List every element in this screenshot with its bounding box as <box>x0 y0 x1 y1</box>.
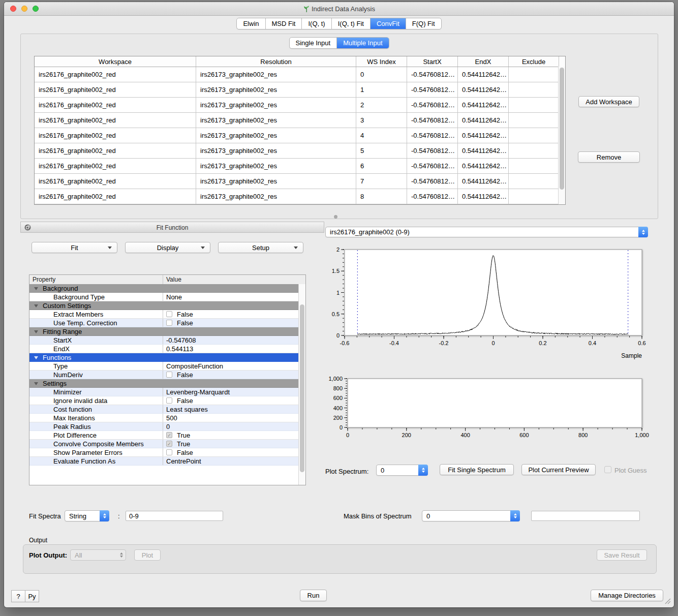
cell-ws_index[interactable]: 0 <box>356 67 407 82</box>
property-value[interactable]: Least squares <box>163 405 299 413</box>
column-header-resolution[interactable]: Resolution <box>196 56 356 67</box>
cell-startx[interactable]: -0.54760812… <box>407 143 458 159</box>
property-checkbox[interactable]: ✓ <box>166 432 172 438</box>
cell-exclude[interactable] <box>509 128 559 143</box>
cell-resolution[interactable]: irs26173_graphite002_res <box>196 189 356 204</box>
add-workspace-button[interactable]: Add Workspace <box>578 96 639 107</box>
property-value[interactable]: ✓True <box>163 440 299 448</box>
cell-endx[interactable]: 0.544112642… <box>458 174 509 189</box>
property-value[interactable]: False <box>163 396 299 405</box>
plot-button[interactable]: Plot <box>134 549 161 561</box>
combo-stepper-icon[interactable] <box>638 227 648 237</box>
cell-exclude[interactable] <box>509 189 559 204</box>
tab-elwin[interactable]: Elwin <box>237 18 265 29</box>
tab-i-q-t[interactable]: I(Q, t) <box>301 18 331 29</box>
property-group-custom-settings[interactable]: Custom Settings <box>29 301 299 310</box>
property-row-numderiv[interactable]: NumDerivFalse <box>29 371 299 379</box>
cell-startx[interactable]: -0.54760812… <box>407 67 458 82</box>
property-value[interactable]: 0.544113 <box>163 345 299 353</box>
help-button[interactable]: ? <box>12 591 25 602</box>
table-row[interactable]: irs26176_graphite002_redirs26173_graphit… <box>35 67 565 82</box>
fit-spectra-mode-select[interactable]: String <box>65 510 109 521</box>
resize-grip[interactable] <box>664 597 671 604</box>
combo-stepper-icon[interactable] <box>100 510 109 521</box>
cell-exclude[interactable] <box>509 159 559 174</box>
cell-endx[interactable]: 0.544112642… <box>458 128 509 143</box>
property-value[interactable]: CompositeFunction <box>163 362 299 370</box>
plot-spectrum-spinner[interactable]: 0 <box>376 465 428 476</box>
table-scrollbar[interactable] <box>558 67 565 204</box>
property-row-extract-members[interactable]: Extract MembersFalse <box>29 310 299 319</box>
collapse-triangle-icon[interactable] <box>34 287 38 290</box>
property-row-peak-radius[interactable]: Peak Radius0 <box>29 422 299 431</box>
table-row[interactable]: irs26176_graphite002_redirs26173_graphit… <box>35 98 565 113</box>
collapse-triangle-icon[interactable] <box>34 304 38 307</box>
cell-workspace[interactable]: irs26176_graphite002_red <box>35 113 196 128</box>
cell-ws_index[interactable]: 3 <box>356 113 407 128</box>
cell-resolution[interactable]: irs26173_graphite002_res <box>196 128 356 143</box>
cell-ws_index[interactable]: 6 <box>356 159 407 174</box>
property-scrollbar-thumb[interactable] <box>300 304 304 472</box>
cell-startx[interactable]: -0.54760812… <box>407 98 458 113</box>
sample-preview-plot[interactable]: -0.6-0.4-0.200.20.40.600.511.52Sample <box>324 245 650 363</box>
cell-resolution[interactable]: irs26173_graphite002_res <box>196 98 356 113</box>
remove-button[interactable]: Remove <box>578 151 640 163</box>
cell-ws_index[interactable]: 4 <box>356 128 407 143</box>
property-group-fitting-range[interactable]: Fitting Range <box>29 327 299 336</box>
column-header-endx[interactable]: EndX <box>458 56 509 67</box>
property-checkbox[interactable] <box>166 320 172 326</box>
property-checkbox[interactable] <box>166 449 172 455</box>
run-button[interactable]: Run <box>300 590 327 601</box>
cell-ws_index[interactable]: 8 <box>356 189 407 204</box>
table-row[interactable]: irs26176_graphite002_redirs26173_graphit… <box>35 174 565 189</box>
property-checkbox[interactable]: ✓ <box>166 441 172 447</box>
cell-workspace[interactable]: irs26176_graphite002_red <box>35 159 196 174</box>
property-checkbox[interactable] <box>166 372 172 378</box>
spinner-stepper-icon[interactable] <box>418 465 428 476</box>
property-value[interactable]: None <box>163 293 299 301</box>
property-row-max-iterations[interactable]: Max Iterations500 <box>29 414 299 422</box>
cell-startx[interactable]: -0.54760812… <box>407 174 458 189</box>
cell-workspace[interactable]: irs26176_graphite002_red <box>35 143 196 159</box>
property-value[interactable]: False <box>163 448 299 456</box>
plot-canvas[interactable] <box>348 379 642 427</box>
column-header-ws-index[interactable]: WS Index <box>356 56 407 67</box>
cell-endx[interactable]: 0.544112642… <box>458 98 509 113</box>
cell-endx[interactable]: 0.544112642… <box>458 113 509 128</box>
manage-directories-button[interactable]: Manage Directories <box>591 590 663 601</box>
cell-startx[interactable]: -0.54760812… <box>407 82 458 98</box>
cell-workspace[interactable]: irs26176_graphite002_red <box>35 98 196 113</box>
table-row[interactable]: irs26176_graphite002_redirs26173_graphit… <box>35 113 565 128</box>
property-group-settings[interactable]: Settings <box>29 379 299 388</box>
cell-workspace[interactable]: irs26176_graphite002_red <box>35 67 196 82</box>
workspace-table[interactable]: WorkspaceResolutionWS IndexStartXEndXExc… <box>34 56 566 205</box>
cell-workspace[interactable]: irs26176_graphite002_red <box>35 128 196 143</box>
property-row-ignore-invalid-data[interactable]: Ignore invalid dataFalse <box>29 396 299 405</box>
save-result-button[interactable]: Save Result <box>597 549 647 561</box>
property-value[interactable]: False <box>163 319 299 327</box>
cell-startx[interactable]: -0.54760812… <box>407 189 458 204</box>
property-row-startx[interactable]: StartX-0.547608 <box>29 336 299 345</box>
input-mode-single-input[interactable]: Single Input <box>290 38 337 48</box>
cell-resolution[interactable]: irs26173_graphite002_res <box>196 113 356 128</box>
cell-endx[interactable]: 0.544112642… <box>458 82 509 98</box>
cell-workspace[interactable]: irs26176_graphite002_red <box>35 82 196 98</box>
property-value[interactable]: False <box>163 310 299 318</box>
property-row-endx[interactable]: EndX0.544113 <box>29 345 299 353</box>
property-checkbox[interactable] <box>166 397 172 404</box>
cell-startx[interactable]: -0.54760812… <box>407 128 458 143</box>
property-value[interactable]: -0.547608 <box>163 336 299 344</box>
property-group-functions[interactable]: Functions <box>29 353 299 362</box>
display-menu-button[interactable]: Display <box>125 242 210 253</box>
table-scrollbar-thumb[interactable] <box>560 68 564 190</box>
table-row[interactable]: irs26176_graphite002_redirs26173_graphit… <box>35 82 565 98</box>
combo-stepper-icon[interactable] <box>510 510 520 521</box>
property-value[interactable]: 0 <box>163 422 299 430</box>
property-row-type[interactable]: TypeCompositeFunction <box>29 362 299 371</box>
plot-guess-checkbox[interactable] <box>604 466 611 473</box>
property-value[interactable]: False <box>163 371 299 379</box>
property-row-evaluate-function-as[interactable]: Evaluate Function AsCentrePoint <box>29 457 299 466</box>
cell-ws_index[interactable]: 2 <box>356 98 407 113</box>
property-value[interactable]: 500 <box>163 414 299 422</box>
cell-workspace[interactable]: irs26176_graphite002_red <box>35 174 196 189</box>
